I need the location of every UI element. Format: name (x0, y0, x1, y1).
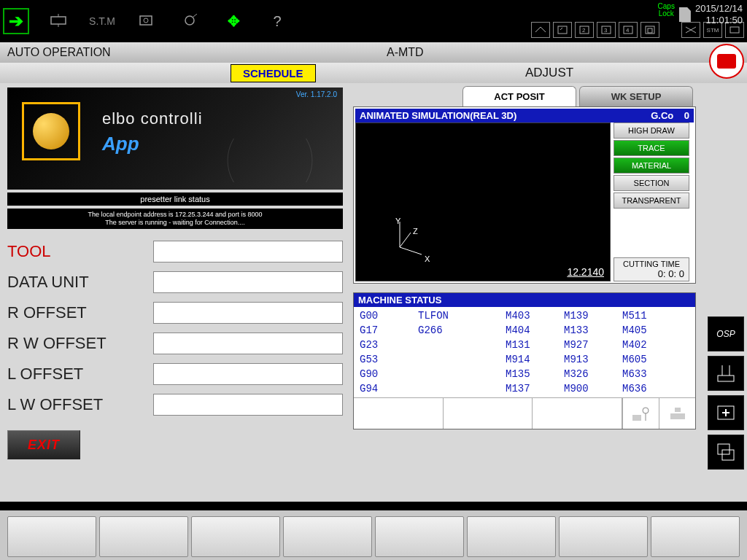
axis-gizmo-icon (385, 218, 429, 262)
status-code: M131 (506, 339, 564, 351)
move-cross-icon[interactable]: ✥ (219, 12, 248, 30)
softkey-3[interactable] (191, 516, 280, 557)
status-code: M900 (564, 383, 622, 394)
r-offset-input[interactable] (153, 302, 343, 324)
status-code: G00 (360, 310, 418, 322)
status-code: G17 (360, 324, 418, 336)
softkey-5[interactable] (375, 516, 464, 557)
caps-lock-indicator: Caps Lock (658, 3, 675, 18)
svg-rect-22 (632, 415, 641, 421)
right-icon-strip: OSP (708, 316, 744, 470)
mini-icon-4[interactable]: 3 (597, 22, 616, 38)
svg-rect-34 (722, 450, 734, 460)
tools-icon[interactable] (708, 356, 744, 391)
status-code: M605 (622, 354, 681, 365)
softkey-bar (0, 510, 747, 560)
r-offset-label: R OFFSET (7, 303, 153, 322)
emergency-stop-icon[interactable] (709, 44, 744, 79)
app-version: Ver. 1.17.2.0 (296, 90, 337, 98)
simulation-viewport[interactable]: Y Z X 12.2140 (355, 122, 611, 281)
svg-line-20 (400, 247, 422, 254)
app-panel: Ver. 1.17.2.0 elbo controlli App presett… (7, 88, 343, 459)
top-icon-1[interactable] (44, 14, 73, 29)
machine-status-grid: G00TLFONM403M139M511G17G266M404M133M405G… (354, 307, 695, 397)
softkey-2[interactable] (99, 516, 188, 557)
status-icon-2[interactable] (659, 398, 695, 429)
status-code (418, 354, 506, 365)
data-unit-input[interactable] (153, 271, 343, 293)
sim-title: ANIMATED SIMULATION(REAL 3D) (360, 110, 516, 121)
status-code: M914 (506, 354, 564, 365)
adjust-tab[interactable]: ADJUST (525, 66, 573, 80)
date: 2015/12/14 (695, 3, 743, 15)
top-icon-2[interactable] (131, 14, 160, 29)
status-code: M137 (506, 383, 564, 394)
lw-offset-label: L W OFFSET (7, 395, 153, 414)
status-code: M403 (506, 310, 564, 322)
softkey-7[interactable] (559, 516, 648, 557)
right-panel: ACT POSIT WK SETUP ANIMATED SIMULATION(R… (353, 86, 696, 429)
status-code: M913 (564, 354, 622, 365)
document-icon[interactable] (679, 7, 691, 22)
plus-icon[interactable] (708, 395, 744, 430)
osp-icon[interactable]: OSP (708, 316, 744, 351)
program-label: A-MTD (387, 46, 424, 59)
softkey-4[interactable] (283, 516, 372, 557)
rw-offset-input[interactable] (153, 332, 343, 354)
material-button[interactable]: MATERIAL (614, 158, 689, 174)
status-code: M139 (564, 310, 622, 322)
windows-icon[interactable] (708, 435, 744, 470)
app-subtitle: App (102, 133, 139, 155)
mode-header: AUTO OPERATION A-MTD (0, 42, 747, 63)
lw-offset-input[interactable] (153, 394, 343, 416)
exit-button[interactable]: EXIT (7, 430, 80, 459)
help-icon[interactable]: ? (263, 13, 292, 30)
svg-point-23 (643, 408, 649, 413)
status-code: G94 (360, 383, 418, 394)
tab-act-posit[interactable]: ACT POSIT (462, 86, 576, 106)
time: 11:01:50 (695, 15, 743, 26)
svg-rect-15 (648, 28, 652, 33)
run-icon[interactable]: ➔ (3, 8, 29, 34)
mini-icon-1[interactable] (531, 22, 550, 38)
svg-text:4: 4 (626, 27, 630, 34)
svg-rect-25 (670, 413, 685, 419)
l-offset-input[interactable] (153, 363, 343, 385)
high-draw-button[interactable]: HIGH DRAW (614, 122, 689, 139)
transparent-button[interactable]: TRANSPARENT (614, 192, 689, 209)
section-button[interactable]: SECTION (614, 175, 689, 191)
tool-input[interactable] (153, 241, 343, 262)
status-code: M326 (564, 368, 622, 380)
softkey-8[interactable] (651, 516, 740, 557)
status-code: M402 (622, 339, 681, 351)
link-status-message: The local endpoint address is 172.25.3.2… (7, 209, 343, 229)
status-code: G266 (418, 324, 506, 336)
mini-icon-2[interactable] (553, 22, 572, 38)
stm-label: S.T.M (88, 15, 117, 27)
cutting-time-box: CUTTING TIME 0: 0: 0 (614, 257, 689, 281)
status-code: M133 (564, 324, 622, 336)
svg-point-4 (144, 18, 148, 23)
softkey-1[interactable] (7, 516, 96, 557)
status-code: M135 (506, 368, 564, 380)
mini-icon-3[interactable]: 2 (575, 22, 594, 38)
status-code: M511 (622, 310, 681, 322)
mini-icon-6[interactable] (640, 22, 659, 38)
status-code (418, 368, 506, 380)
status-cell-3 (533, 398, 622, 429)
top-icon-3[interactable] (175, 14, 204, 29)
status-code: TLFON (418, 310, 506, 322)
mini-icon-5[interactable]: 4 (619, 22, 638, 38)
status-icon-1[interactable] (622, 398, 659, 429)
schedule-tab[interactable]: SCHEDULE (231, 64, 316, 82)
app-banner: Ver. 1.17.2.0 elbo controlli App (7, 88, 343, 190)
app-title: elbo controlli (102, 109, 203, 128)
softkey-6[interactable] (467, 516, 556, 557)
status-code: G90 (360, 368, 418, 380)
trace-button[interactable]: TRACE (614, 140, 689, 156)
svg-rect-26 (675, 408, 681, 412)
svg-rect-33 (718, 444, 729, 454)
link-status-title: presetter link status (7, 192, 343, 206)
datetime-display: 2015/12/14 11:01:50 (695, 3, 743, 26)
tab-wk-setup[interactable]: WK SETUP (579, 86, 693, 106)
